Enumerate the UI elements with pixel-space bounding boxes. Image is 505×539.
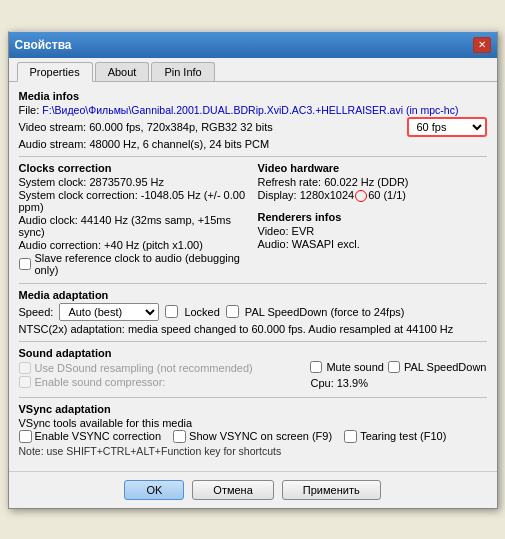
button-bar: OK Отмена Применить bbox=[9, 471, 497, 508]
audio-correction-row: Audio correction: +40 Hz (pitch x1.00) bbox=[19, 239, 248, 251]
video-stream-row: Video stream: 60.000 fps, 720x384p, RGB3… bbox=[19, 117, 487, 137]
vsync-note-row: Note: use SHIFT+CTRL+ALT+Function key fo… bbox=[19, 445, 487, 457]
mute-sound-checkbox[interactable] bbox=[310, 361, 322, 373]
apply-button[interactable]: Применить bbox=[282, 480, 381, 500]
locked-checkbox[interactable] bbox=[165, 305, 178, 318]
compressor-label: Enable sound compressor: bbox=[35, 376, 166, 388]
compressor-checkbox[interactable] bbox=[19, 376, 31, 388]
video-stream-value: 60.000 fps, 720x384p, RGB32 32 bits bbox=[89, 121, 272, 133]
divider-1 bbox=[19, 156, 487, 157]
system-clock-correction: System clock correction: -1048.05 Hz (+/… bbox=[19, 189, 248, 213]
dsound-label: Use DSound resampling (not recommended) bbox=[35, 362, 253, 374]
audio-clock-row: Audio clock: 44140 Hz (32ms samp, +15ms … bbox=[19, 214, 248, 238]
enable-vsync-label: Enable VSYNC correction bbox=[35, 430, 162, 442]
fps-select-wrapper: 60 fps 50 fps 30 fps 25 fps 24 fps bbox=[273, 117, 487, 137]
system-clock-row: System clock: 2873570.95 Hz bbox=[19, 176, 248, 188]
file-value: F:\Видео\Фильмы\Gannibal.2001.DUAL.BDRip… bbox=[42, 104, 458, 116]
pal-speeddown-checkbox[interactable] bbox=[226, 305, 239, 318]
clocks-title: Clocks correction bbox=[19, 162, 248, 174]
renderer-audio: Audio: WASAPI excl. bbox=[258, 238, 360, 250]
two-col-section: Clocks correction System clock: 2873570.… bbox=[19, 162, 487, 278]
video-stream-label: Video stream: bbox=[19, 121, 87, 133]
main-window: Свойства ✕ Properties About Pin Info Med… bbox=[8, 31, 498, 509]
audio-stream-row: Audio stream: 48000 Hz, 6 channel(s), 24… bbox=[19, 138, 487, 150]
compressor-row: Enable sound compressor: bbox=[19, 376, 253, 388]
tearing-checkbox[interactable] bbox=[344, 430, 357, 443]
pal-speeddown-label: PAL SpeedDown (force to 24fps) bbox=[245, 306, 405, 318]
system-clock: System clock: 2873570.95 Hz bbox=[19, 176, 165, 188]
refresh-rate: Refresh rate: 60.022 Hz (DDR) bbox=[258, 176, 409, 188]
dsound-checkbox[interactable] bbox=[19, 362, 31, 374]
video-stream-text: Video stream: 60.000 fps, 720x384p, RGB3… bbox=[19, 121, 273, 133]
audio-clock: Audio clock: 44140 Hz (32ms samp, +15ms … bbox=[19, 214, 248, 238]
vsync-tearing-group: Tearing test (F10) bbox=[344, 430, 446, 443]
tab-bar: Properties About Pin Info bbox=[9, 58, 497, 82]
media-adaptation-title: Media adaptation bbox=[19, 289, 487, 301]
speed-select[interactable]: Auto (best) Slow Normal Fast bbox=[59, 303, 159, 321]
slave-label: Slave reference clock to audio (debuggin… bbox=[35, 252, 248, 276]
sound-adaptation-title: Sound adaptation bbox=[19, 347, 487, 359]
window-title: Свойства bbox=[15, 38, 72, 52]
vsync-tools-text: VSync tools available for this media bbox=[19, 417, 193, 429]
circle-indicator bbox=[355, 190, 367, 202]
slave-checkbox[interactable] bbox=[19, 258, 31, 270]
sound-right: Mute sound PAL SpeedDown Cpu: 13.9% bbox=[310, 361, 486, 391]
tab-content: Media infos File: F:\Видео\Фильмы\Gannib… bbox=[9, 82, 497, 471]
renderer-video: Video: EVR bbox=[258, 225, 315, 237]
cpu-row: Cpu: 13.9% bbox=[310, 377, 367, 389]
audio-stream-label: Audio stream: bbox=[19, 138, 87, 150]
refresh-rate-row: Refresh rate: 60.022 Hz (DDR) bbox=[258, 176, 487, 188]
cpu-label: Cpu: 13.9% bbox=[310, 377, 367, 389]
media-infos-section: Media infos File: F:\Видео\Фильмы\Gannib… bbox=[19, 90, 487, 150]
sound-left: Use DSound resampling (not recommended) … bbox=[19, 362, 253, 390]
video-hw-title: Video hardware bbox=[258, 162, 487, 174]
display-row: Display: 1280x102460 (1/1) bbox=[258, 189, 487, 202]
divider-2 bbox=[19, 283, 487, 284]
video-hardware-col: Video hardware Refresh rate: 60.022 Hz (… bbox=[258, 162, 487, 278]
vsync-show-group: Show VSYNC on screen (F9) bbox=[173, 430, 332, 443]
display-text: Display: 1280x102460 (1/1) bbox=[258, 189, 407, 202]
renderer-video-row: Video: EVR bbox=[258, 225, 487, 237]
cancel-button[interactable]: Отмена bbox=[192, 480, 273, 500]
vsync-note: Note: use SHIFT+CTRL+ALT+Function key fo… bbox=[19, 445, 282, 457]
tab-pininfo[interactable]: Pin Info bbox=[151, 62, 214, 81]
renderers-title: Renderers infos bbox=[258, 211, 487, 223]
pal-speeddown-sound-label: PAL SpeedDown bbox=[404, 361, 487, 373]
vsync-enable-group: Enable VSYNC correction bbox=[19, 430, 162, 443]
dsound-row: Use DSound resampling (not recommended) bbox=[19, 362, 253, 374]
tearing-label: Tearing test (F10) bbox=[360, 430, 446, 442]
locked-label: Locked bbox=[184, 306, 219, 318]
vsync-tools-row: VSync tools available for this media bbox=[19, 417, 487, 429]
speed-label: Speed: bbox=[19, 306, 54, 318]
mute-sound-label: Mute sound bbox=[326, 361, 383, 373]
tab-properties[interactable]: Properties bbox=[17, 62, 93, 82]
file-label: File: bbox=[19, 104, 40, 116]
slave-checkbox-row: Slave reference clock to audio (debuggin… bbox=[19, 252, 248, 276]
audio-stream-value: 48000 Hz, 6 channel(s), 24 bits PCM bbox=[89, 138, 269, 150]
divider-3 bbox=[19, 341, 487, 342]
pal-speeddown-sound-checkbox[interactable] bbox=[388, 361, 400, 373]
ntsc-text: NTSC(2x) adaptation: media speed changed… bbox=[19, 323, 454, 335]
file-row: File: F:\Видео\Фильмы\Gannibal.2001.DUAL… bbox=[19, 104, 487, 116]
title-bar: Свойства ✕ bbox=[9, 32, 497, 58]
mute-sound-row: Mute sound PAL SpeedDown bbox=[310, 361, 486, 373]
ok-button[interactable]: OK bbox=[124, 480, 184, 500]
audio-correction: Audio correction: +40 Hz (pitch x1.00) bbox=[19, 239, 203, 251]
system-clock-correction-row: System clock correction: -1048.05 Hz (+/… bbox=[19, 189, 248, 213]
sound-adaptation-section: Sound adaptation Use DSound resampling (… bbox=[19, 347, 487, 391]
vsync-checkboxes-row: Enable VSYNC correction Show VSYNC on sc… bbox=[19, 430, 487, 443]
vsync-section: VSync adaptation VSync tools available f… bbox=[19, 403, 487, 457]
close-button[interactable]: ✕ bbox=[473, 37, 491, 53]
clocks-col: Clocks correction System clock: 2873570.… bbox=[19, 162, 248, 278]
tab-about[interactable]: About bbox=[95, 62, 150, 81]
show-vsync-checkbox[interactable] bbox=[173, 430, 186, 443]
media-infos-title: Media infos bbox=[19, 90, 487, 102]
media-adaptation-section: Media adaptation Speed: Auto (best) Slow… bbox=[19, 289, 487, 335]
renderer-audio-row: Audio: WASAPI excl. bbox=[258, 238, 487, 250]
divider-4 bbox=[19, 397, 487, 398]
fps-select[interactable]: 60 fps 50 fps 30 fps 25 fps 24 fps bbox=[407, 117, 487, 137]
vsync-title: VSync adaptation bbox=[19, 403, 487, 415]
speed-row: Speed: Auto (best) Slow Normal Fast Lock… bbox=[19, 303, 487, 321]
enable-vsync-checkbox[interactable] bbox=[19, 430, 32, 443]
ntsc-row: NTSC(2x) adaptation: media speed changed… bbox=[19, 323, 487, 335]
